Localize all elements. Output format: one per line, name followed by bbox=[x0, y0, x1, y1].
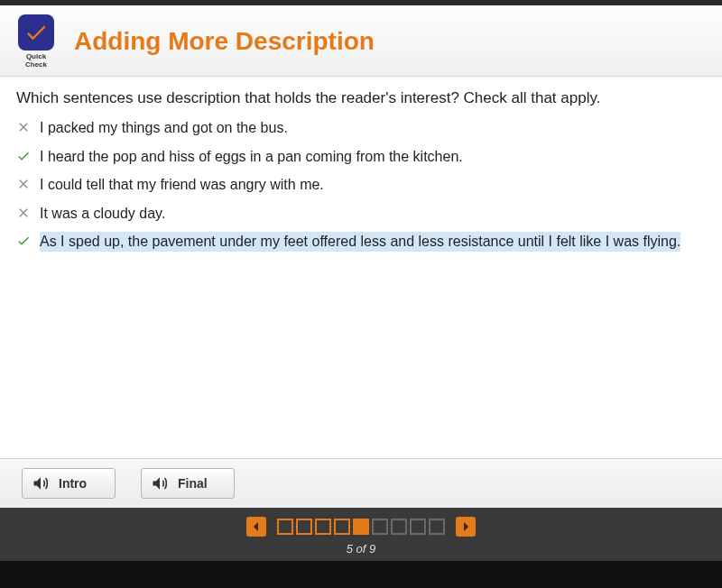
next-page-button[interactable] bbox=[456, 517, 476, 537]
option-text: I could tell that my friend was angry wi… bbox=[40, 175, 324, 195]
option-text: I heard the pop and hiss of eggs in a pa… bbox=[40, 147, 463, 167]
bottom-bar bbox=[0, 561, 722, 588]
cross-icon bbox=[16, 177, 31, 191]
page-title: Adding More Description bbox=[74, 27, 375, 56]
options-list: I packed my things and got on the bus.I … bbox=[16, 118, 706, 252]
final-audio-button[interactable]: Final bbox=[141, 468, 235, 499]
page-indicator[interactable] bbox=[429, 519, 445, 535]
page-indicator[interactable] bbox=[296, 519, 312, 535]
cross-icon bbox=[16, 206, 31, 220]
question-text: Which sentences use description that hol… bbox=[16, 89, 706, 107]
page-indicator[interactable] bbox=[410, 519, 426, 535]
page-indicator[interactable] bbox=[277, 519, 293, 535]
option-row[interactable]: As I sped up, the pavement under my feet… bbox=[16, 232, 706, 252]
quick-check-badge: Quick Check bbox=[14, 14, 58, 69]
pager: 5 of 9 bbox=[0, 508, 722, 561]
page-indicator[interactable] bbox=[391, 519, 407, 535]
check-icon bbox=[16, 149, 31, 163]
page-indicator[interactable] bbox=[315, 519, 331, 535]
cross-icon bbox=[16, 120, 31, 134]
option-row[interactable]: I could tell that my friend was angry wi… bbox=[16, 175, 706, 195]
option-text: It was a cloudy day. bbox=[40, 204, 165, 224]
final-audio-label: Final bbox=[178, 476, 208, 491]
page-indicator[interactable] bbox=[353, 519, 369, 535]
audio-footer: Intro Final bbox=[0, 458, 722, 508]
page-indicator-row bbox=[277, 519, 445, 535]
prev-page-button[interactable] bbox=[246, 517, 266, 537]
intro-audio-button[interactable]: Intro bbox=[22, 468, 116, 499]
quick-check-icon bbox=[18, 14, 54, 51]
option-text: As I sped up, the pavement under my feet… bbox=[40, 232, 680, 252]
page-indicator[interactable] bbox=[334, 519, 350, 535]
speaker-icon bbox=[32, 474, 50, 492]
option-text: I packed my things and got on the bus. bbox=[40, 118, 288, 138]
question-block: Which sentences use description that hol… bbox=[0, 77, 722, 458]
option-row[interactable]: It was a cloudy day. bbox=[16, 204, 706, 224]
check-icon bbox=[16, 234, 31, 248]
page-indicator[interactable] bbox=[372, 519, 388, 535]
quick-check-label: Quick Check bbox=[14, 52, 58, 69]
option-row[interactable]: I heard the pop and hiss of eggs in a pa… bbox=[16, 147, 706, 167]
option-row[interactable]: I packed my things and got on the bus. bbox=[16, 118, 706, 138]
header: Quick Check Adding More Description bbox=[0, 5, 722, 77]
page-counter: 5 of 9 bbox=[347, 542, 376, 556]
speaker-icon bbox=[151, 474, 169, 492]
intro-audio-label: Intro bbox=[59, 476, 87, 491]
